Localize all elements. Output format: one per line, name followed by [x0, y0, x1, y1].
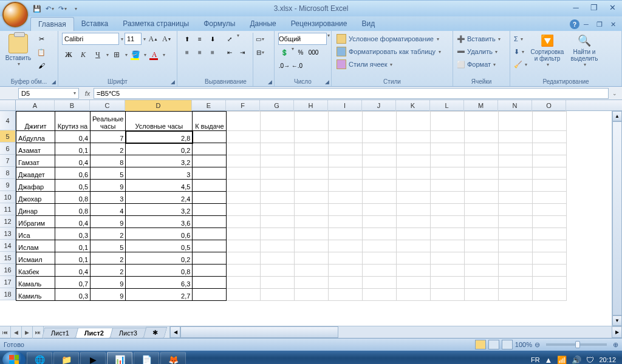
cell-F16[interactable]: [227, 265, 261, 277]
cell-N7[interactable]: [499, 155, 533, 167]
cell-K5[interactable]: [397, 131, 431, 143]
cell-E6[interactable]: [193, 143, 227, 155]
tray-flag-icon[interactable]: ▲: [545, 356, 553, 365]
undo-icon[interactable]: ↶▾: [44, 3, 55, 14]
tray-shield-icon[interactable]: 🛡: [586, 356, 594, 365]
cell-H9[interactable]: [295, 180, 329, 192]
cell-L10[interactable]: [431, 192, 465, 204]
cell-K4[interactable]: [397, 112, 431, 131]
cell-A12[interactable]: Ибрагим: [16, 216, 55, 228]
cell-M6[interactable]: [465, 143, 499, 155]
grow-font-icon[interactable]: A▲: [147, 33, 160, 45]
borders-icon[interactable]: ⊞: [110, 49, 123, 61]
cell-H14[interactable]: [295, 240, 329, 252]
cell-A13[interactable]: Иса: [16, 228, 55, 240]
row-header-8[interactable]: 8: [0, 167, 16, 179]
cell-A10[interactable]: Джохар: [16, 192, 55, 204]
cell-H12[interactable]: [295, 216, 329, 228]
cell-B5[interactable]: 0,4: [55, 131, 91, 143]
cell-J16[interactable]: [363, 265, 397, 277]
cell-I14[interactable]: [329, 240, 363, 252]
cell-F4[interactable]: [227, 112, 261, 131]
align-top-icon[interactable]: ⬆: [181, 33, 193, 45]
sheet-nav-first[interactable]: ⏮: [0, 326, 11, 339]
cell-L7[interactable]: [431, 155, 465, 167]
cell-B10[interactable]: 0,8: [55, 192, 91, 204]
zoom-in-button[interactable]: ⊕: [613, 341, 618, 349]
align-right-icon[interactable]: ≡: [207, 46, 219, 58]
cell-A17[interactable]: Камаль: [16, 277, 55, 289]
cell-G17[interactable]: [261, 277, 295, 289]
cell-C14[interactable]: 5: [91, 240, 126, 252]
cell-G11[interactable]: [261, 204, 295, 216]
cell-H16[interactable]: [295, 265, 329, 277]
percent-icon[interactable]: %: [295, 46, 307, 58]
cell-K17[interactable]: [397, 277, 431, 289]
page-break-view-button[interactable]: [502, 340, 513, 349]
cell-J4[interactable]: [363, 112, 397, 131]
cell-F6[interactable]: [227, 143, 261, 155]
row-header-15[interactable]: 15: [0, 252, 16, 264]
cell-O17[interactable]: [533, 277, 567, 289]
cell-G7[interactable]: [261, 155, 295, 167]
formula-input[interactable]: [94, 88, 609, 99]
cell-F14[interactable]: [227, 240, 261, 252]
col-header-L[interactable]: L: [430, 100, 464, 111]
cell-F8[interactable]: [227, 167, 261, 180]
cell-B6[interactable]: 0,1: [55, 143, 91, 155]
row-header-9[interactable]: 9: [0, 179, 16, 191]
cell-N10[interactable]: [499, 192, 533, 204]
name-box[interactable]: D5▾: [18, 88, 79, 99]
save-icon[interactable]: 💾: [32, 3, 43, 14]
cell-H13[interactable]: [295, 228, 329, 240]
taskbar-media-icon[interactable]: ▶: [80, 352, 106, 364]
cell-K6[interactable]: [397, 143, 431, 155]
col-header-M[interactable]: M: [464, 100, 498, 111]
cell-C18[interactable]: 9: [91, 289, 126, 301]
cell-G13[interactable]: [261, 228, 295, 240]
cell-E12[interactable]: [193, 216, 227, 228]
cell-N11[interactable]: [499, 204, 533, 216]
col-header-G[interactable]: G: [260, 100, 294, 111]
cell-F5[interactable]: [227, 131, 261, 143]
cell-C13[interactable]: 2: [91, 228, 126, 240]
cell-J6[interactable]: [363, 143, 397, 155]
cell-I10[interactable]: [329, 192, 363, 204]
cell-I7[interactable]: [329, 155, 363, 167]
cell-M17[interactable]: [465, 277, 499, 289]
copy-icon[interactable]: 📋: [35, 46, 48, 58]
expand-formula-bar-icon[interactable]: ⌄: [612, 90, 622, 96]
cell-I4[interactable]: [329, 112, 363, 131]
doc-close-button[interactable]: ✕: [607, 19, 618, 29]
delete-cells-button[interactable]: ➖Удалить▾: [457, 46, 506, 58]
cell-J7[interactable]: [363, 155, 397, 167]
clear-icon[interactable]: 🧹▾: [514, 58, 527, 70]
cell-O18[interactable]: [533, 289, 567, 301]
cell-N16[interactable]: [499, 265, 533, 277]
increase-decimal-icon[interactable]: .0→: [278, 59, 290, 72]
align-center-icon[interactable]: ≡: [194, 46, 206, 58]
cell-L14[interactable]: [431, 240, 465, 252]
cell-L11[interactable]: [431, 204, 465, 216]
number-launcher[interactable]: ◢: [325, 79, 329, 85]
row-header-7[interactable]: 7: [0, 155, 16, 167]
cell-J13[interactable]: [363, 228, 397, 240]
cell-B13[interactable]: 0,3: [55, 228, 91, 240]
increase-indent-icon[interactable]: ⇥: [236, 46, 248, 58]
cell-D13[interactable]: 0,6: [126, 228, 193, 240]
cell-E13[interactable]: [193, 228, 227, 240]
cell-C16[interactable]: 2: [91, 265, 126, 277]
cell-F18[interactable]: [227, 289, 261, 301]
number-format-select[interactable]: [278, 33, 327, 45]
ribbon-tab-3[interactable]: Формулы: [196, 17, 242, 31]
row-header-4[interactable]: 4: [0, 111, 16, 130]
cell-B7[interactable]: 0,4: [55, 155, 91, 167]
cell-K10[interactable]: [397, 192, 431, 204]
cell-J8[interactable]: [363, 167, 397, 180]
cell-F13[interactable]: [227, 228, 261, 240]
cell-L18[interactable]: [431, 289, 465, 301]
cell-G12[interactable]: [261, 216, 295, 228]
cell-E14[interactable]: [193, 240, 227, 252]
cell-B9[interactable]: 0,5: [55, 180, 91, 192]
cell-O10[interactable]: [533, 192, 567, 204]
